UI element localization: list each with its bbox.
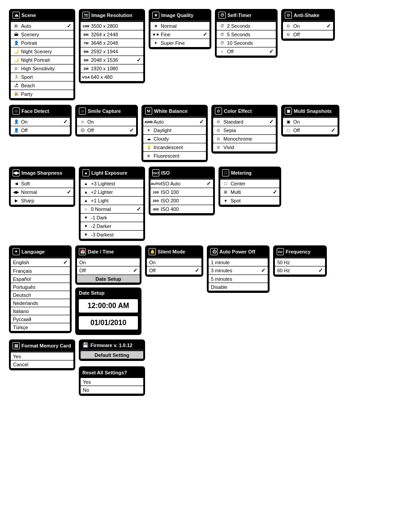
list-item[interactable]: Cancel [11,360,73,368]
list-item[interactable]: ▼-3 Darkest [81,231,143,239]
list-item[interactable]: ⏱2 Seconds [217,22,276,30]
list-item[interactable]: 50 Hz [275,258,325,266]
list-item[interactable]: On [77,258,140,266]
list-item[interactable]: 3 minutes ✓ [209,266,268,275]
list-item[interactable]: 5M2592 x 1944 [81,47,143,56]
date-setup-button[interactable]: Date Setup [77,275,140,283]
white-balance-menu: M White Balance AWBAuto ✓ ☀Daylight ☁Clo… [141,105,208,162]
list-item[interactable]: ⊙Vivid [213,143,276,151]
list-item[interactable]: On [147,258,201,266]
list-item[interactable]: ○Off ✓ [217,47,276,56]
date-display[interactable]: 01/01/2010 [78,315,139,330]
image-sharpness-header: ◀▶ Image Sharpness [11,168,73,179]
res-2m-icon: 2M [83,65,89,72]
list-item[interactable]: ▼-2 Darker [81,222,143,230]
reset-yes-button[interactable]: Yes [81,378,143,386]
list-item[interactable]: □Center [220,180,279,188]
res-3m-icon: 3M [83,57,89,63]
list-item[interactable]: 🌙Night Scenery [11,47,73,56]
list-item[interactable]: Off ✓ [77,266,140,275]
iso-menu: ISO ISO AUTOISO Auto ✓ 100ISO 100 200ISO… [149,167,215,215]
list-item[interactable]: ▲+3 Lightest [81,180,143,188]
smile-capture-icon: ☺ [79,107,86,115]
list-item[interactable]: 3M2048 x 1536 ✓ [81,56,143,64]
list-item[interactable]: 1 minute [209,258,268,266]
list-item[interactable]: 🌙Night Portrait [11,56,73,64]
list-item[interactable]: ◀▶Normal ✓ [11,188,73,196]
list-item[interactable]: 👤On ✓ [11,118,70,126]
list-item[interactable]: ▶Sharp [11,197,73,205]
list-item[interactable]: Türkçe [11,323,70,331]
reset-no-button[interactable]: No [81,386,143,394]
list-item[interactable]: ⊙Standard ✓ [213,118,276,126]
language-title: Language [21,249,45,254]
list-item[interactable]: Nederlands [11,299,70,307]
list-item[interactable]: ⊞Auto ✓ [11,22,73,30]
list-item[interactable]: 👤Off [11,126,70,134]
list-item[interactable]: 7M3648 x 2048 [81,39,143,47]
white-balance-title: White Balance [154,108,188,114]
list-item[interactable]: English ✓ [11,258,70,266]
10sec-icon: ⏱ [219,40,225,46]
list-item[interactable]: ☹Off ✓ [77,126,136,134]
list-item[interactable]: ⊙Sepia [213,126,276,134]
list-item[interactable]: 5 minutes [209,275,268,283]
list-item[interactable]: ▲+2 Lighter [81,188,143,196]
list-item[interactable]: ☺On [77,118,136,126]
list-item[interactable]: Français [11,267,70,275]
list-item[interactable]: ⊙Off [283,30,333,39]
list-item[interactable]: ⊙On ✓ [283,22,333,30]
soft-icon: ◀ [13,180,19,187]
list-item[interactable]: 10M3500 x 2800 [81,22,143,30]
list-item[interactable]: ◀Soft [11,180,73,188]
list-item[interactable]: ⏱5 Seconds [217,30,276,39]
list-item[interactable]: ○0 Normal ✓ [81,205,143,213]
list-item[interactable]: Italiano [11,307,70,315]
list-item[interactable]: 2M1920 x 1080 [81,64,143,73]
color-effect-icon: ⊙ [215,107,222,115]
list-item[interactable]: 🏃Sport [11,73,73,81]
white-balance-header: M White Balance [143,107,206,117]
list-item[interactable]: VGA640 x 480 [81,73,143,81]
list-item[interactable]: Deutsch [11,291,70,299]
list-item[interactable]: □Off ✓ [283,126,338,134]
list-item[interactable]: ✦Super Fine [150,39,210,47]
list-item[interactable]: Español [11,275,70,283]
normal-quality-icon: ★ [153,23,159,29]
list-item[interactable]: 👤Portrait [11,39,73,47]
list-item[interactable]: ⏱10 Seconds [217,39,276,47]
list-item[interactable]: ※Fluorescent [143,152,206,160]
list-item[interactable]: ▲+1 Light [81,197,143,205]
list-item[interactable]: ▣On [283,118,338,126]
list-item[interactable]: ★Normal [150,22,210,30]
list-item[interactable]: Disable [209,283,268,291]
image-sharpness-title: Image Sharpness [21,170,62,176]
list-item[interactable]: 🏖Beach [11,82,73,90]
list-item[interactable]: 🎉Party [11,90,73,98]
auto-icon: ⊞ [13,23,19,29]
list-item[interactable]: 8M3264 x 2448 [81,30,143,39]
list-item[interactable]: ⊙High Sensitivity [11,64,73,73]
list-item[interactable]: ●Spot [220,197,279,205]
list-item[interactable]: Русский [11,315,70,323]
list-item[interactable]: 100ISO 100 [150,188,213,196]
list-item[interactable]: ⊙Monochrome [213,135,276,143]
list-item[interactable]: 🏔Scenery [11,30,73,39]
list-item[interactable]: ★★Fine ✓ [150,30,210,39]
list-item[interactable]: ⊞Multi ✓ [220,188,279,196]
list-item[interactable]: 60 Hz ✓ [275,266,325,275]
time-display[interactable]: 12:00:00 AM [78,298,139,313]
list-item[interactable]: Português [11,283,70,291]
list-item[interactable]: ▼-1 Dark [81,214,143,222]
list-item[interactable]: Yes [11,352,73,360]
smile-off-icon: ☹ [79,127,86,133]
list-item[interactable]: AWBAuto ✓ [143,118,206,126]
list-item[interactable]: ☀Daylight [143,126,206,134]
list-item[interactable]: ☁Cloudy [143,135,206,143]
list-item[interactable]: 200ISO 200 [150,197,213,205]
list-item[interactable]: 💡Incandescent [143,143,206,151]
list-item[interactable]: Off ✓ [147,266,201,275]
list-item[interactable]: 400ISO 400 [150,205,213,213]
list-item[interactable]: AUTOISO Auto ✓ [150,180,213,188]
default-setting-button[interactable]: Default Setting [81,351,143,359]
